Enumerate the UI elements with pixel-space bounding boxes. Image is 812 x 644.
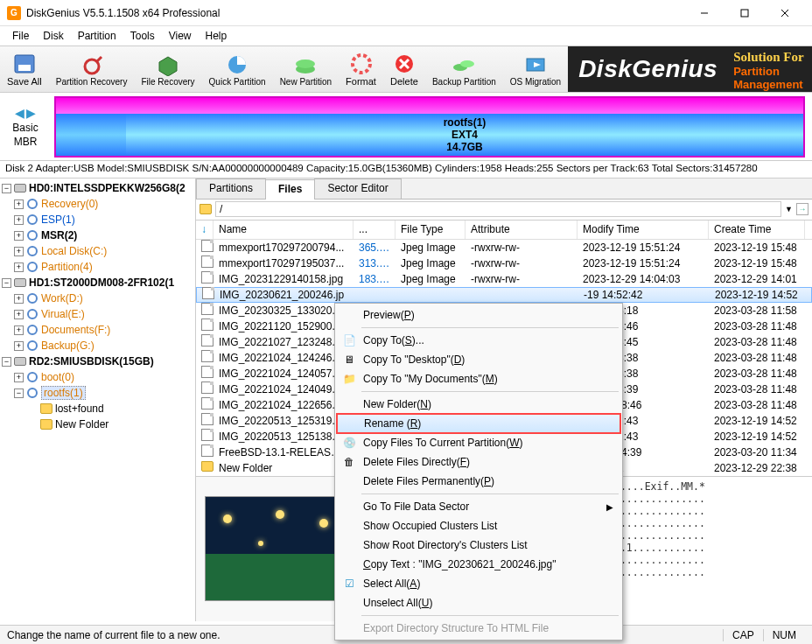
svg-rect-5 bbox=[18, 65, 31, 71]
dropdown-icon[interactable]: ▼ bbox=[785, 205, 793, 214]
file-row[interactable]: IMG_20230621_200246.jp-19 14:52:422023-1… bbox=[196, 287, 812, 303]
menu-help[interactable]: Help bbox=[199, 28, 234, 44]
tree-disk2[interactable]: RD2:SMIUSBDISK(15GB) bbox=[29, 355, 154, 368]
menu-bar: File Disk Partition Tools View Help bbox=[0, 26, 812, 46]
tb-backup-partition[interactable]: Backup Partition bbox=[425, 46, 503, 92]
status-message: Change the name of current file to a new… bbox=[7, 629, 220, 641]
folder-icon bbox=[200, 204, 212, 214]
ctx-rename[interactable]: Rename (R) bbox=[337, 414, 620, 433]
tree-disk0[interactable]: HD0:INTELSSDPEKKW256G8(2 bbox=[29, 182, 186, 194]
ctx-root-clusters[interactable]: Show Root Directory's Clusters List bbox=[337, 536, 620, 555]
tree-work[interactable]: Work(D:) bbox=[41, 292, 83, 304]
menu-partition[interactable]: Partition bbox=[71, 28, 123, 44]
tree-recovery[interactable]: Recovery(0) bbox=[41, 198, 98, 210]
ctx-new-folder[interactable]: New Folder(N) bbox=[337, 395, 620, 414]
ctx-preview[interactable]: Preview(P) bbox=[337, 305, 620, 325]
tree-msr[interactable]: MSR(2) bbox=[41, 229, 77, 242]
ctx-occupied-clusters[interactable]: Show Occupied Clusters List bbox=[337, 516, 620, 536]
col-attr[interactable]: Attribute bbox=[466, 220, 578, 239]
minimize-button[interactable] bbox=[684, 0, 724, 26]
tb-quick-partition[interactable]: Quick Partition bbox=[202, 46, 273, 92]
ctx-copy-current[interactable]: 💿Copy Files To Current Partition(W) bbox=[337, 433, 620, 452]
expander-icon[interactable]: − bbox=[2, 184, 11, 193]
tree-backup[interactable]: Backup(G:) bbox=[41, 340, 94, 352]
ctx-unselect-all[interactable]: Unselect All(U) bbox=[337, 593, 620, 612]
tb-save-all[interactable]: Save All bbox=[0, 46, 49, 92]
ctx-delete-perm[interactable]: Delete Files Permanently(P) bbox=[337, 472, 620, 491]
svg-rect-1 bbox=[741, 10, 748, 17]
menu-file[interactable]: File bbox=[5, 28, 36, 44]
check-icon: ☑ bbox=[342, 577, 356, 591]
disk-mode: Basic bbox=[12, 122, 38, 134]
close-button[interactable] bbox=[765, 0, 805, 26]
prev-disk-icon[interactable]: ◀ bbox=[15, 106, 24, 120]
ctx-copy-text[interactable]: Copy Text : "IMG_20230621_200246.jpg" bbox=[337, 555, 620, 574]
tree-esp[interactable]: ESP(1) bbox=[41, 214, 75, 226]
tree-virual[interactable]: Virual(E:) bbox=[41, 308, 85, 320]
banner: DiskGenius All-In-One Solution For Parti… bbox=[568, 46, 812, 92]
menu-view[interactable]: View bbox=[162, 28, 199, 44]
banner-line1: All-In-One Solution For bbox=[733, 46, 812, 65]
svg-line-7 bbox=[96, 57, 102, 62]
tb-new-partition[interactable]: New Partition bbox=[273, 46, 339, 92]
tabs: Partitions Files Sector Editor bbox=[196, 178, 812, 200]
path-bar: ▼ → bbox=[196, 200, 812, 220]
ctx-goto-sector[interactable]: Go To File Data Sector▶ bbox=[337, 497, 620, 516]
tree-partition4[interactable]: Partition(4) bbox=[41, 261, 93, 273]
ctx-delete-direct[interactable]: 🗑Delete Files Directly(F) bbox=[337, 452, 620, 472]
banner-line2: Partition Management & Data R bbox=[733, 65, 812, 93]
tb-os-migration[interactable]: OS Migration bbox=[503, 46, 568, 92]
col-name[interactable]: Name bbox=[214, 220, 354, 239]
submenu-arrow-icon: ▶ bbox=[606, 502, 613, 512]
tree-newfolder[interactable]: New Folder bbox=[55, 418, 108, 430]
tree-boot[interactable]: boot(0) bbox=[41, 371, 74, 383]
svg-point-17 bbox=[460, 60, 474, 67]
disk-map-row: ◀ ▶ Basic MBR rootfs(1) EXT4 14.7GB bbox=[0, 93, 812, 161]
file-row[interactable]: mmexport170297200794...365.5...Jpeg Imag… bbox=[196, 240, 812, 256]
col-ctime[interactable]: Create Time bbox=[709, 220, 805, 239]
tab-sector-editor[interactable]: Sector Editor bbox=[314, 178, 401, 199]
path-input[interactable] bbox=[215, 201, 781, 217]
ctx-select-all[interactable]: ☑Select All(A) bbox=[337, 574, 620, 593]
col-mtime[interactable]: Modify Time bbox=[578, 220, 709, 239]
ctx-copy-to[interactable]: 📄Copy To(S)... bbox=[337, 331, 620, 350]
file-row[interactable]: IMG_20231229140158.jpg183.9...Jpeg Image… bbox=[196, 271, 812, 287]
ctx-copy-desktop[interactable]: 🖥Copy To "Desktop"(D) bbox=[337, 350, 620, 369]
file-row[interactable]: mmexport170297195037...313.5...Jpeg Imag… bbox=[196, 256, 812, 271]
svg-point-12 bbox=[353, 55, 370, 73]
tb-format[interactable]: Format bbox=[339, 46, 383, 92]
disk-map[interactable]: rootfs(1) EXT4 14.7GB bbox=[54, 96, 805, 158]
menu-tools[interactable]: Tools bbox=[123, 28, 162, 44]
status-num: NUM bbox=[763, 629, 805, 641]
status-cap: CAP bbox=[723, 629, 763, 641]
banner-logo: DiskGenius bbox=[578, 55, 718, 83]
tb-part-recovery[interactable]: Partition Recovery bbox=[49, 46, 135, 92]
tb-delete[interactable]: Delete bbox=[383, 46, 425, 92]
col-size[interactable]: ... bbox=[354, 220, 396, 239]
next-disk-icon[interactable]: ▶ bbox=[26, 106, 36, 120]
go-button[interactable]: → bbox=[796, 203, 808, 215]
svg-marker-8 bbox=[159, 57, 177, 76]
context-menu: Preview(P) 📄Copy To(S)... 🖥Copy To "Desk… bbox=[334, 303, 623, 640]
tree-disk1[interactable]: HD1:ST2000DM008-2FR102(1 bbox=[29, 276, 174, 289]
tree-localdisk[interactable]: Local Disk(C:) bbox=[41, 245, 107, 257]
maximize-button[interactable] bbox=[724, 0, 765, 26]
tree-rootfs[interactable]: rootfs(1) bbox=[41, 386, 86, 400]
col-type[interactable]: File Type bbox=[396, 220, 466, 239]
svg-point-11 bbox=[296, 60, 315, 68]
disk-mbr: MBR bbox=[14, 136, 38, 148]
tree-documents[interactable]: Documents(F:) bbox=[41, 324, 110, 336]
tree-lostfound[interactable]: lost+found bbox=[55, 402, 104, 415]
disk-tree[interactable]: −HD0:INTELSSDPEKKW256G8(2 +Recovery(0) +… bbox=[0, 178, 196, 621]
menu-disk[interactable]: Disk bbox=[36, 28, 70, 44]
toolbar: Save All Partition Recovery File Recover… bbox=[0, 46, 812, 93]
desktop-icon: 🖥 bbox=[342, 353, 356, 367]
tab-files[interactable]: Files bbox=[265, 179, 315, 200]
partition-seg-boot[interactable] bbox=[56, 114, 126, 156]
partition-seg-rootfs[interactable]: rootfs(1) EXT4 14.7GB bbox=[126, 114, 803, 156]
window-title: DiskGenius V5.5.1.1508 x64 Professional bbox=[26, 7, 684, 19]
tb-file-recovery[interactable]: File Recovery bbox=[134, 46, 201, 92]
tab-partitions[interactable]: Partitions bbox=[196, 178, 266, 199]
ctx-copy-docs[interactable]: 📁Copy To "My Documents"(M) bbox=[337, 369, 620, 388]
col-arrow[interactable]: ↓ bbox=[196, 220, 214, 239]
